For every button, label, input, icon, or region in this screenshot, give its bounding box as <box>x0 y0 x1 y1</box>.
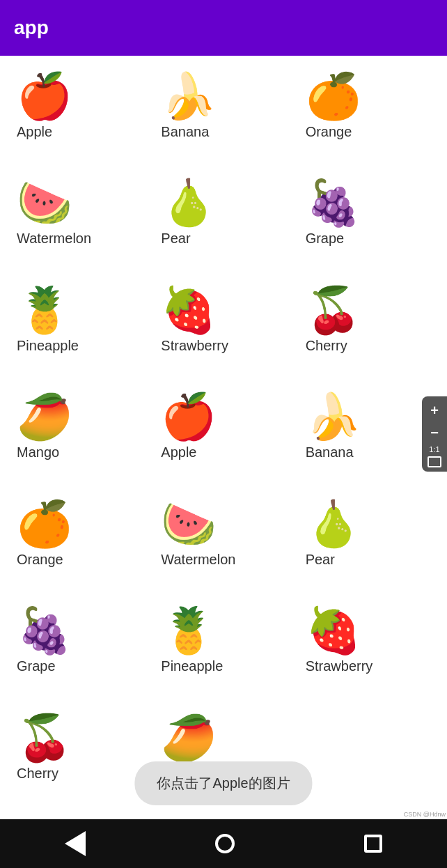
side-panel: + − 1:1 <box>422 396 447 472</box>
aspect-icon <box>428 456 441 467</box>
fruit-label-orange1: Orange <box>306 124 352 140</box>
recents-button[interactable] <box>364 835 382 853</box>
fruit-label-orange2: Orange <box>17 552 63 568</box>
fruit-emoji-pineapple1: 🍍 <box>17 288 72 332</box>
back-button[interactable] <box>65 831 86 856</box>
fruit-label-apple2: Apple <box>161 444 196 460</box>
fruit-emoji-mango2: 🥭 <box>161 715 217 760</box>
fruit-emoji-orange1: 🍊 <box>306 74 361 118</box>
fruit-item-grape2[interactable]: 🍇 Grape <box>7 601 151 701</box>
fruit-label-strawberry2: Strawberry <box>306 658 373 674</box>
fruit-item-cherry2[interactable]: 🍒 Cherry <box>7 708 151 808</box>
back-icon <box>65 831 86 856</box>
fruit-emoji-orange2: 🍊 <box>17 502 72 546</box>
fruit-label-strawberry1: Strawberry <box>161 338 228 354</box>
fruit-label-banana2: Banana <box>306 444 354 460</box>
fruit-emoji-grape1: 🍇 <box>306 180 361 225</box>
fruit-item-cherry1[interactable]: 🍒 Cherry <box>296 281 440 380</box>
fruit-label-banana1: Banana <box>161 124 209 140</box>
fruit-emoji-banana1: 🍌 <box>161 74 217 118</box>
csdn-watermark: CSDN @Hdnw <box>404 811 446 818</box>
fruit-label-pear1: Pear <box>161 231 190 247</box>
fruit-emoji-pear1: 🍐 <box>161 180 217 225</box>
fruit-label-cherry2: Cherry <box>17 766 58 782</box>
fruit-item-pear1[interactable]: 🍐 Pear <box>151 173 295 273</box>
recents-icon <box>364 835 382 853</box>
fruit-label-watermelon1: Watermelon <box>17 231 91 247</box>
fruit-emoji-pear2: 🍐 <box>306 502 361 546</box>
fruit-item-strawberry1[interactable]: 🍓 Strawberry <box>151 281 295 380</box>
navigation-bar <box>0 819 447 868</box>
fruit-label-pineapple1: Pineapple <box>17 338 79 354</box>
toast-message: 你点击了Apple的图片 <box>134 761 312 805</box>
fruit-item-banana1[interactable]: 🍌 Banana <box>151 67 295 166</box>
fruit-emoji-cherry1: 🍒 <box>306 288 361 332</box>
fruit-emoji-cherry2: 🍒 <box>17 715 72 760</box>
fruit-item-watermelon2[interactable]: 🍉 Watermelon <box>151 495 295 594</box>
fruit-item-mango1[interactable]: 🥭 Mango <box>7 387 151 487</box>
fruit-item-orange2[interactable]: 🍊 Orange <box>7 495 151 594</box>
fruit-label-pineapple2: Pineapple <box>161 658 223 674</box>
fruit-emoji-mango1: 🥭 <box>17 394 72 439</box>
fruit-grid: 🍎 Apple 🍌 Banana 🍊 Orange 🍉 Watermelon 🍐… <box>0 56 447 819</box>
fruit-item-watermelon1[interactable]: 🍉 Watermelon <box>7 173 151 273</box>
fruit-item-strawberry2[interactable]: 🍓 Strawberry <box>296 601 440 701</box>
fruit-emoji-pineapple2: 🍍 <box>161 608 217 653</box>
zoom-in-button[interactable]: + <box>425 401 444 420</box>
fruit-item-pear2[interactable]: 🍐 Pear <box>296 495 440 594</box>
fruit-emoji-grape2: 🍇 <box>17 608 72 653</box>
fruit-label-pear2: Pear <box>306 552 335 568</box>
fruit-emoji-strawberry1: 🍓 <box>161 288 217 332</box>
home-button[interactable] <box>215 834 235 853</box>
fruit-item-banana2[interactable]: 🍌 Banana <box>296 387 440 487</box>
fruit-emoji-watermelon2: 🍉 <box>161 502 217 546</box>
app-bar: app <box>0 0 447 56</box>
fruit-label-grape2: Grape <box>17 658 56 674</box>
fruit-item-orange1[interactable]: 🍊 Orange <box>296 67 440 166</box>
zoom-out-button[interactable]: − <box>425 423 444 442</box>
fruit-emoji-watermelon1: 🍉 <box>17 180 72 225</box>
fruit-item-apple1[interactable]: 🍎 Apple <box>7 67 151 166</box>
fruit-label-mango1: Mango <box>17 444 59 460</box>
fruit-label-watermelon2: Watermelon <box>161 552 235 568</box>
home-icon <box>215 834 235 853</box>
fruit-label-cherry1: Cherry <box>306 338 347 354</box>
fruit-item-pineapple2[interactable]: 🍍 Pineapple <box>151 601 295 701</box>
fruit-emoji-strawberry2: 🍓 <box>306 608 361 653</box>
fruit-item-grape1[interactable]: 🍇 Grape <box>296 173 440 273</box>
app-title: app <box>14 17 49 39</box>
zoom-ratio: 1:1 <box>429 445 439 454</box>
fruit-label-apple1: Apple <box>17 124 52 140</box>
fruit-emoji-apple1: 🍎 <box>17 74 72 118</box>
fruit-item-apple2[interactable]: 🍎 Apple <box>151 387 295 487</box>
fruit-emoji-apple2: 🍎 <box>161 394 217 439</box>
fruit-emoji-banana2: 🍌 <box>306 394 361 439</box>
fruit-item-pineapple1[interactable]: 🍍 Pineapple <box>7 281 151 380</box>
fruit-label-grape1: Grape <box>306 231 345 247</box>
